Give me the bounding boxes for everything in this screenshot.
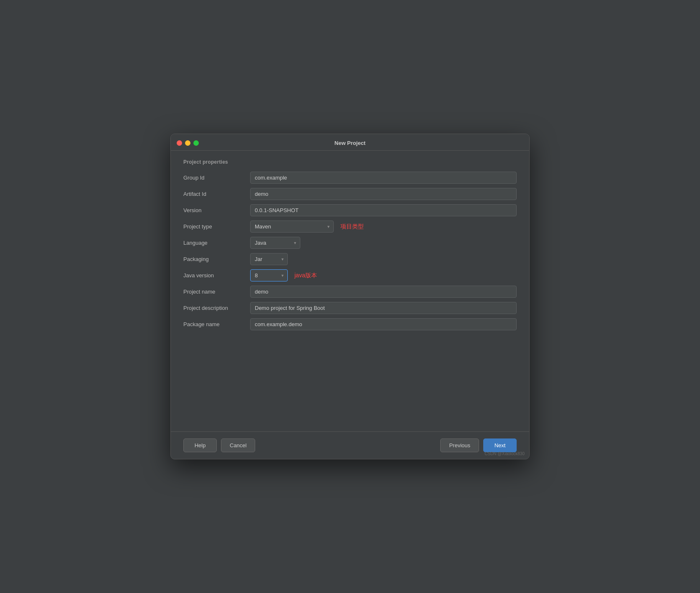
artifact-id-label: Artifact Id [183, 191, 250, 197]
version-row: Version [183, 204, 517, 216]
watermark: CSDN @Xiaolock830 [484, 451, 525, 456]
java-version-select[interactable]: 8 11 17 21 [250, 269, 288, 281]
bottom-left-buttons: Help Cancel [183, 438, 255, 452]
project-type-label: Project type [183, 223, 250, 230]
bottom-right-buttons: Previous Next [440, 438, 517, 452]
cancel-button[interactable]: Cancel [221, 438, 255, 452]
version-input[interactable] [250, 204, 517, 216]
artifact-id-row: Artifact Id [183, 188, 517, 200]
project-name-input[interactable] [250, 286, 517, 298]
previous-button[interactable]: Previous [440, 438, 479, 452]
java-version-annotation: java版本 [294, 272, 317, 279]
project-description-input[interactable] [250, 302, 517, 314]
language-select[interactable]: Java Kotlin Groovy [250, 237, 300, 249]
language-row: Language Java Kotlin Groovy [183, 237, 517, 249]
project-type-wrapper: Maven Gradle [250, 220, 334, 233]
group-id-row: Group Id [183, 172, 517, 184]
help-button[interactable]: Help [183, 438, 217, 452]
group-id-input[interactable] [250, 172, 517, 184]
language-label: Language [183, 240, 250, 246]
java-version-row: Java version 8 11 17 21 java版本 [183, 269, 517, 281]
artifact-id-input[interactable] [250, 188, 517, 200]
section-title: Project properties [183, 159, 517, 165]
java-version-wrapper: 8 11 17 21 [250, 269, 288, 281]
bottom-bar: Help Cancel Previous Next [171, 431, 529, 459]
minimize-button[interactable] [185, 140, 190, 146]
project-name-row: Project name [183, 286, 517, 298]
packaging-select[interactable]: Jar War [250, 253, 288, 265]
new-project-dialog: New Project Project properties Group Id … [170, 134, 530, 459]
close-button[interactable] [177, 140, 182, 146]
maximize-button[interactable] [193, 140, 199, 146]
window-title: New Project [335, 140, 365, 146]
package-name-input[interactable] [250, 318, 517, 330]
java-version-label: Java version [183, 272, 250, 279]
next-button[interactable]: Next [483, 438, 517, 452]
project-name-label: Project name [183, 289, 250, 295]
dialog-content: Project properties Group Id Artifact Id … [171, 151, 529, 431]
packaging-row: Packaging Jar War [183, 253, 517, 265]
project-description-row: Project description [183, 302, 517, 314]
package-name-row: Package name [183, 318, 517, 330]
packaging-wrapper: Jar War [250, 253, 288, 265]
group-id-label: Group Id [183, 175, 250, 181]
title-bar: New Project [171, 134, 529, 151]
traffic-lights [177, 140, 199, 146]
project-type-row: Project type Maven Gradle 项目类型 [183, 220, 517, 233]
package-name-label: Package name [183, 321, 250, 327]
project-type-select[interactable]: Maven Gradle [250, 220, 334, 233]
project-type-annotation: 项目类型 [340, 223, 364, 231]
language-wrapper: Java Kotlin Groovy [250, 237, 300, 249]
packaging-label: Packaging [183, 256, 250, 262]
version-label: Version [183, 207, 250, 213]
project-description-label: Project description [183, 305, 250, 311]
